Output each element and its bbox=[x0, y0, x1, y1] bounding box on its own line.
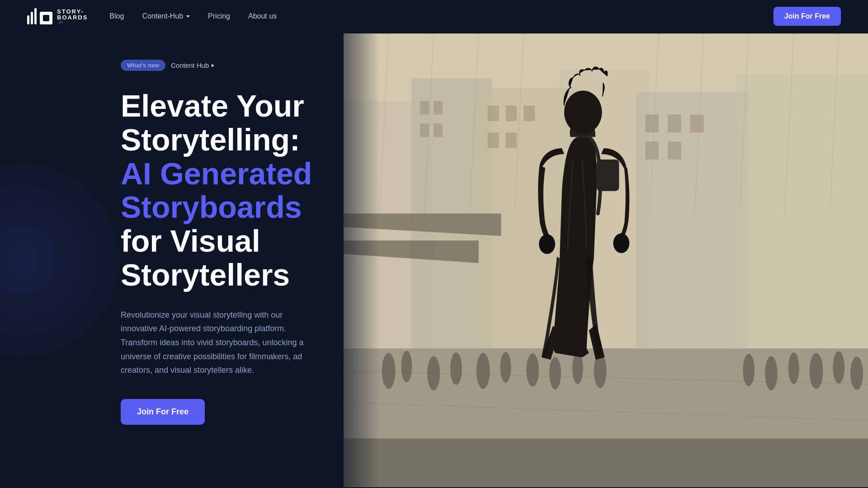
svg-point-38 bbox=[833, 351, 844, 384]
svg-point-30 bbox=[526, 353, 539, 387]
logo-icon bbox=[27, 8, 52, 24]
svg-point-28 bbox=[476, 353, 490, 389]
hero-heading-line4: Storytellers bbox=[121, 258, 290, 292]
hero-heading: Elevate Your Storytelling: AI Generated … bbox=[121, 89, 316, 292]
logo[interactable]: STORY- BOARDS .AI bbox=[27, 8, 88, 24]
svg-point-34 bbox=[743, 354, 755, 386]
svg-rect-18 bbox=[690, 114, 704, 132]
join-free-nav-button[interactable]: Join For Free bbox=[774, 7, 841, 26]
svg-rect-9 bbox=[420, 123, 429, 137]
svg-point-37 bbox=[810, 353, 823, 389]
svg-rect-17 bbox=[668, 114, 681, 132]
svg-point-40 bbox=[564, 91, 602, 134]
nav-item-blog[interactable]: Blog bbox=[109, 12, 124, 20]
svg-point-27 bbox=[450, 352, 462, 385]
hero-description: Revolutionize your visual storytelling w… bbox=[121, 308, 316, 377]
svg-point-24 bbox=[382, 353, 396, 389]
logo-text-story: STORY- bbox=[57, 9, 88, 14]
nav-link-content-hub[interactable]: Content-Hub bbox=[142, 12, 190, 20]
nav-item-about[interactable]: About us bbox=[248, 12, 277, 20]
breadcrumb-arrow-icon bbox=[212, 64, 214, 67]
svg-rect-8 bbox=[434, 101, 443, 115]
nav-link-about[interactable]: About us bbox=[248, 12, 277, 20]
logo-text-ai: .AI bbox=[57, 20, 88, 24]
hero-heading-line2: Storytelling: bbox=[121, 122, 300, 157]
svg-rect-15 bbox=[505, 132, 517, 148]
svg-rect-54 bbox=[344, 33, 380, 487]
hero-heading-line1: Elevate Your bbox=[121, 89, 304, 123]
svg-point-29 bbox=[500, 352, 511, 383]
hero-image-container bbox=[344, 33, 868, 488]
nav-links: Blog Content-Hub Pricing About us bbox=[109, 12, 277, 20]
svg-rect-14 bbox=[488, 132, 499, 148]
svg-rect-16 bbox=[645, 114, 659, 132]
whats-new-badge: What's new bbox=[121, 60, 165, 71]
svg-rect-13 bbox=[524, 105, 535, 121]
breadcrumb-link[interactable]: Content Hub bbox=[171, 61, 214, 69]
svg-rect-10 bbox=[434, 123, 443, 137]
nav-link-pricing[interactable]: Pricing bbox=[208, 12, 230, 20]
hero-illustration bbox=[344, 33, 868, 488]
left-content: What's new Content Hub Elevate Your Stor… bbox=[0, 33, 344, 488]
hero-heading-line3: for Visual bbox=[121, 224, 260, 258]
svg-rect-11 bbox=[488, 105, 499, 121]
nav-link-blog[interactable]: Blog bbox=[109, 12, 124, 20]
nav-right: Join For Free bbox=[774, 7, 841, 26]
svg-point-39 bbox=[850, 357, 863, 390]
svg-point-26 bbox=[427, 356, 440, 390]
svg-rect-19 bbox=[645, 141, 659, 160]
navbar: STORY- BOARDS .AI Blog Content-Hub Prici… bbox=[0, 0, 868, 33]
svg-point-42 bbox=[613, 233, 629, 253]
hero-heading-highlight: AI Generated Storyboards bbox=[121, 157, 316, 225]
svg-point-25 bbox=[401, 351, 412, 382]
svg-rect-6 bbox=[735, 74, 868, 380]
svg-rect-20 bbox=[668, 141, 681, 160]
svg-point-41 bbox=[539, 234, 555, 254]
svg-point-31 bbox=[549, 357, 561, 389]
chevron-down-icon bbox=[186, 15, 190, 18]
nav-item-pricing[interactable]: Pricing bbox=[208, 12, 230, 20]
svg-point-35 bbox=[765, 356, 778, 390]
svg-point-36 bbox=[788, 352, 799, 384]
nav-item-content-hub[interactable]: Content-Hub bbox=[142, 12, 190, 20]
main-container: What's new Content Hub Elevate Your Stor… bbox=[0, 33, 868, 488]
svg-rect-53 bbox=[344, 438, 868, 487]
svg-rect-12 bbox=[505, 105, 517, 121]
breadcrumb-row: What's new Content Hub bbox=[121, 60, 316, 71]
logo-text-boards: BOARDS bbox=[57, 14, 88, 20]
svg-rect-43 bbox=[597, 160, 619, 191]
join-free-hero-button[interactable]: Join For Free bbox=[121, 399, 205, 425]
svg-rect-5 bbox=[636, 92, 749, 371]
svg-rect-7 bbox=[420, 101, 429, 115]
breadcrumb-label: Content Hub bbox=[171, 61, 209, 69]
